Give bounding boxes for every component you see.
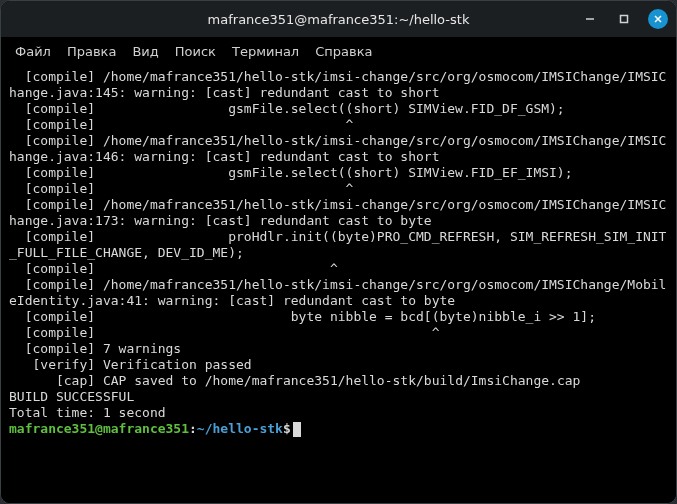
menu-edit[interactable]: Правка	[67, 44, 116, 59]
svg-rect-0	[621, 16, 628, 23]
close-button[interactable]	[648, 9, 668, 29]
menu-help[interactable]: Справка	[315, 44, 372, 59]
maximize-button[interactable]	[614, 9, 634, 29]
output-line: [cap] CAP saved to /home/mafrance351/hel…	[9, 373, 668, 389]
close-icon	[653, 14, 663, 24]
menubar: Файл Правка Вид Поиск Терминал Справка	[1, 37, 676, 65]
output-line: [compile] /home/mafrance351/hello-stk/im…	[9, 277, 668, 309]
output-line: [compile] gsmFile.select((short) SIMView…	[9, 101, 668, 117]
maximize-icon	[619, 14, 629, 24]
prompt-symbol: $	[283, 421, 291, 437]
terminal-output[interactable]: [compile] /home/mafrance351/hello-stk/im…	[1, 65, 676, 503]
output-line: [compile] ^	[9, 181, 668, 197]
titlebar: mafrance351@mafrance351:~/hello-stk	[1, 1, 676, 37]
prompt-colon: :	[189, 421, 197, 437]
minimize-button[interactable]	[580, 9, 600, 29]
output-line: [compile] /home/mafrance351/hello-stk/im…	[9, 197, 668, 229]
minimize-icon	[585, 14, 595, 24]
output-line: [compile] byte nibble = bcd[(byte)nibble…	[9, 309, 668, 325]
prompt-line: mafrance351@mafrance351:~/hello-stk$	[9, 421, 668, 437]
window-controls	[580, 9, 668, 29]
output-line: Total time: 1 second	[9, 405, 668, 421]
output-line: [compile] gsmFile.select((short) SIMView…	[9, 165, 668, 181]
menu-search[interactable]: Поиск	[175, 44, 216, 59]
output-line: [compile] ^	[9, 325, 668, 341]
cursor	[293, 422, 301, 437]
output-line: [compile] 7 warnings	[9, 341, 668, 357]
menu-view[interactable]: Вид	[132, 44, 158, 59]
output-line: [compile] ^	[9, 117, 668, 133]
output-line: [compile] proHdlr.init((byte)PRO_CMD_REF…	[9, 229, 668, 261]
window-title: mafrance351@mafrance351:~/hello-stk	[1, 12, 676, 27]
output-line: [compile] /home/mafrance351/hello-stk/im…	[9, 69, 668, 101]
menu-terminal[interactable]: Терминал	[232, 44, 299, 59]
output-line: [verify] Verification passed	[9, 357, 668, 373]
prompt-path: ~/hello-stk	[197, 421, 283, 437]
output-line: [compile] ^	[9, 261, 668, 277]
terminal-window: mafrance351@mafrance351:~/hello-stk Файл…	[0, 0, 677, 504]
output-line: BUILD SUCCESSFUL	[9, 389, 668, 405]
prompt-user-host: mafrance351@mafrance351	[9, 421, 189, 437]
output-line: [compile] /home/mafrance351/hello-stk/im…	[9, 133, 668, 165]
menu-file[interactable]: Файл	[15, 44, 51, 59]
